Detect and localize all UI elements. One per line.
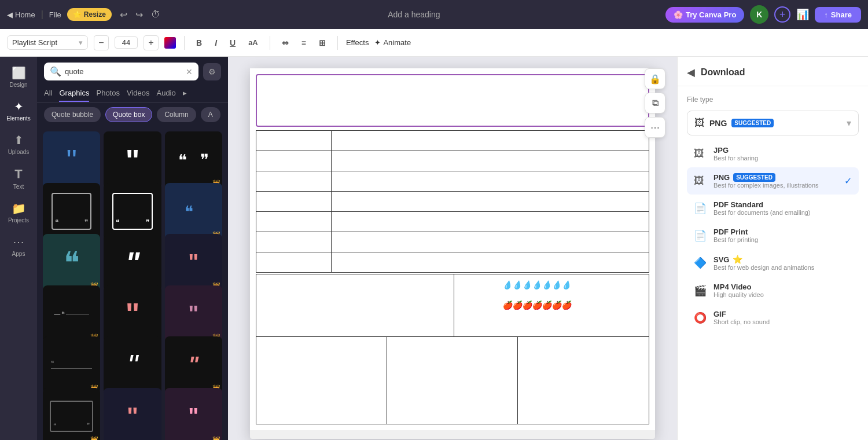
timer-button[interactable]: ⏱ (149, 7, 163, 23)
day-label: Friday (256, 212, 332, 232)
list-item[interactable]: " (104, 388, 161, 441)
file-type-jpg[interactable]: 🖼 JPG Best for sharing (687, 140, 859, 167)
list-item[interactable]: " (104, 131, 161, 189)
food-label: HealthyEating (460, 295, 498, 316)
tab-graphics[interactable]: Graphics (59, 85, 89, 102)
day-content[interactable] (332, 212, 649, 232)
pro-star-icon: ⭐ (733, 255, 742, 264)
share-button[interactable]: ↑ Share (815, 7, 861, 23)
tab-audio[interactable]: Audio (156, 85, 175, 102)
add-collaborator-button[interactable]: + (774, 6, 790, 23)
tag-column[interactable]: Column (157, 107, 196, 122)
stats-button[interactable]: 📊 (796, 8, 809, 21)
suggested-badge: SUGGESTED (731, 119, 774, 127)
font-size-input[interactable]: 44 (115, 36, 138, 49)
list-item[interactable]: " (43, 131, 100, 189)
list-item[interactable]: ❝ 👑 (165, 183, 222, 240)
list-item[interactable]: ❝❞ (43, 183, 100, 240)
chevron-down-icon: ▾ (79, 38, 83, 47)
font-family-selector[interactable]: Playlist Script ▾ (7, 35, 88, 50)
download-back-button[interactable]: ◀ (687, 66, 695, 79)
resize-button[interactable]: ⭐ Resize (67, 8, 112, 21)
list-item[interactable]: " 👑 (165, 336, 222, 394)
file-type-pdf-print[interactable]: 📄 PDF Print Best for printing (687, 222, 859, 249)
align-button[interactable]: ⊞ (315, 36, 329, 50)
sidebar-item-projects[interactable]: 📁 Projects (2, 197, 35, 228)
list-item[interactable]: " (104, 336, 161, 394)
design-canvas[interactable]: My Week Monday Tuesday Wednesday (250, 68, 655, 439)
add-heading-button[interactable]: Add a heading (388, 10, 440, 19)
text-color-button[interactable] (164, 37, 176, 49)
font-size-decrease-button[interactable]: − (94, 35, 109, 50)
file-type-pdf-standard[interactable]: 📄 PDF Standard Best for documents (and e… (687, 195, 859, 222)
day-content[interactable] (332, 171, 649, 192)
animate-button[interactable]: ✦ Animate (374, 38, 411, 47)
home-button[interactable]: ◀ Home (7, 10, 35, 19)
sidebar-item-apps[interactable]: ⋯ Apps (2, 230, 35, 262)
filter-button[interactable]: ⚙ (203, 63, 221, 80)
tag-quote-box[interactable]: Quote box (105, 107, 152, 122)
clear-search-button[interactable]: ✕ (186, 67, 193, 76)
jpg-desc: Best for sharing (713, 155, 852, 162)
pdf-standard-text: PDF Standard Best for documents (and ema… (713, 200, 852, 216)
png-icon: 🖼 (694, 117, 705, 129)
list-item[interactable]: ❝ 👑 (43, 234, 100, 291)
list-item[interactable]: ❝ ❞ 👑 (165, 131, 222, 189)
list-button[interactable]: ≡ (298, 36, 310, 50)
sidebar-item-design[interactable]: ⬜ Design (2, 61, 35, 93)
pdf-standard-name: PDF Standard (713, 200, 852, 209)
tag-quote-bubble[interactable]: Quote bubble (44, 107, 101, 122)
page-title[interactable]: My Week (256, 74, 649, 127)
file-type-svg[interactable]: 🔷 SVG ⭐ Best for web design and animatio… (687, 249, 859, 277)
left-sidebar: ⬜ Design ✦ Elements ⬆ Uploads T Text 📁 P… (0, 57, 37, 440)
undo-button[interactable]: ↩ (117, 7, 130, 23)
day-content[interactable] (332, 232, 649, 252)
search-box[interactable]: 🔍 ✕ (44, 63, 198, 80)
sidebar-item-uploads[interactable]: ⬆ Uploads (2, 129, 35, 160)
file-type-gif[interactable]: ⭕ GIF Short clip, no sound (687, 304, 859, 331)
file-type-mp4[interactable]: 🎬 MP4 Video High quality video (687, 277, 859, 304)
mp4-text: MP4 Video High quality video (713, 283, 852, 298)
case-button[interactable]: aA (245, 36, 262, 49)
list-item[interactable]: " 👑 (165, 388, 222, 441)
tab-videos[interactable]: Videos (127, 85, 150, 102)
list-item[interactable]: " 👑 (165, 234, 222, 291)
list-item[interactable]: " 👑 (165, 285, 222, 343)
tag-filter-row: Quote bubble Quote box Column A (37, 102, 228, 127)
sidebar-item-elements[interactable]: ✦ Elements (2, 95, 35, 126)
more-button[interactable]: ⋯ (645, 117, 665, 138)
food-icons: 🍎🍎🍎🍎🍎🍎🍎 (502, 300, 571, 310)
tag-more[interactable]: A (201, 107, 220, 122)
separator (337, 36, 338, 50)
day-content[interactable] (332, 252, 649, 273)
list-item[interactable]: ❝❞ (104, 183, 161, 240)
italic-button[interactable]: I (211, 36, 220, 50)
tab-all[interactable]: All (44, 85, 52, 102)
effects-button[interactable]: Effects (346, 38, 369, 47)
list-item[interactable]: ❝ ❞ 👑 (43, 388, 100, 441)
file-type-png[interactable]: 🖼 PNG SUGGESTED Best for complex images,… (687, 167, 859, 195)
water-label: Water (460, 281, 498, 290)
day-content[interactable] (332, 151, 649, 171)
search-input[interactable] (65, 67, 182, 76)
file-type-selector[interactable]: 🖼 PNG SUGGESTED ▾ (687, 111, 859, 135)
tab-photos[interactable]: Photos (96, 85, 119, 102)
list-item[interactable]: " (104, 285, 161, 343)
day-content[interactable] (332, 131, 649, 151)
file-button[interactable]: File (49, 10, 61, 19)
day-content[interactable] (332, 192, 649, 212)
bold-button[interactable]: B (193, 36, 205, 50)
list-item[interactable]: ❝ 👑 (43, 336, 100, 394)
font-size-increase-button[interactable]: + (144, 35, 159, 50)
try-canva-button[interactable]: 🌸 Try Canva Pro (665, 7, 744, 23)
list-item[interactable]: — ❝ 👑 (43, 285, 100, 343)
sidebar-item-text[interactable]: T Text (2, 162, 35, 195)
tab-more[interactable]: ▸ (183, 85, 187, 102)
list-item[interactable]: " (104, 234, 161, 291)
redo-button[interactable]: ↪ (133, 7, 145, 23)
user-avatar[interactable]: K (750, 5, 768, 24)
copy-button[interactable]: ⧉ (645, 93, 665, 113)
spacing-button[interactable]: ⇔ (278, 36, 292, 50)
lock-button[interactable]: 🔒 (645, 68, 665, 89)
underline-button[interactable]: U (226, 36, 239, 50)
